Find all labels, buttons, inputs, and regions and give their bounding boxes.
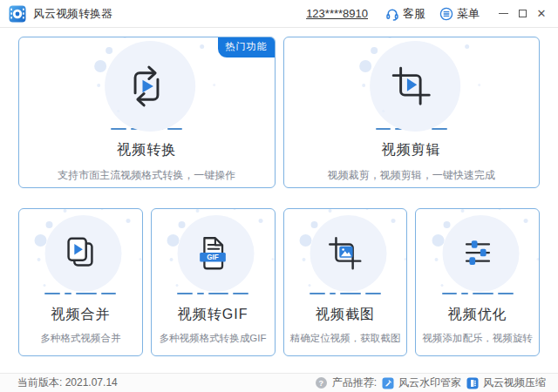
divider-dashes <box>442 293 514 294</box>
help-icon[interactable]: ? <box>316 377 327 389</box>
main-area: 热门功能 视频转换 支持市面主流视频格式转换，一键操作 <box>0 28 558 356</box>
card-title: 视频截图 <box>316 306 375 324</box>
window-controls: ✕ <box>493 3 551 24</box>
card-desc: 多种视频格式转换成GIF <box>160 332 267 345</box>
card-title: 视频合并 <box>51 306 110 324</box>
card-desc: 精确定位视频，获取截图 <box>290 332 401 345</box>
maximize-icon <box>519 10 527 17</box>
card-video-optimize[interactable]: 视频优化 视频添加配乐，视频旋转 <box>415 208 540 356</box>
menu-button[interactable]: 菜单 <box>439 6 480 22</box>
icon-zone <box>284 214 407 293</box>
card-desc: 支持市面主流视频格式转换，一键操作 <box>58 168 235 183</box>
card-video-screenshot[interactable]: 视频截图 精确定位视频，获取截图 <box>283 208 408 356</box>
hot-feature-badge: 热门功能 <box>218 37 276 57</box>
sliders-icon <box>458 233 498 274</box>
product-name: 风云水印管家 <box>398 375 461 390</box>
product-name: 风云视频压缩 <box>483 375 546 390</box>
icon-zone <box>284 44 540 128</box>
card-video-convert[interactable]: 热门功能 视频转换 支持市面主流视频格式转换，一键操作 <box>18 37 276 188</box>
app-logo-icon <box>9 5 26 23</box>
card-title: 视频剪辑 <box>382 141 441 159</box>
headset-icon <box>385 7 399 21</box>
card-video-edit[interactable]: 视频剪辑 视频裁剪，视频剪辑，一键快速完成 <box>283 37 541 188</box>
card-title: 视频转换 <box>117 141 176 159</box>
divider-dashes <box>310 293 381 294</box>
recommend-label: 产品推荐: <box>332 375 377 390</box>
card-title: 视频优化 <box>448 306 507 324</box>
divider-dashes <box>44 293 116 294</box>
product-link-watermark[interactable]: 风云水印管家 <box>382 375 461 390</box>
card-desc: 视频添加配乐，视频旋转 <box>422 332 533 345</box>
card-desc: 多种格式视频合并 <box>40 332 120 345</box>
statusbar: 当前版本: 2021.07.14 ? 产品推荐: 风云水印管家 风云视频压缩 <box>0 373 558 392</box>
close-button[interactable]: ✕ <box>532 3 551 24</box>
minimize-icon <box>499 13 508 14</box>
crop-play-icon <box>388 63 435 110</box>
compress-product-icon <box>466 377 479 389</box>
gif-banner-label: GIF <box>207 253 219 261</box>
screenshot-crop-icon <box>325 233 365 274</box>
support-label: 客服 <box>403 6 425 22</box>
card-video-merge[interactable]: 视频合并 多种格式视频合并 <box>18 208 143 356</box>
product-link-compress[interactable]: 风云视频压缩 <box>466 375 546 390</box>
divider-dashes <box>177 293 248 294</box>
card-title: 视频转GIF <box>178 306 248 324</box>
gif-file-icon: GIF <box>193 233 233 274</box>
minimize-button[interactable] <box>493 3 513 24</box>
maximize-button[interactable] <box>513 3 532 24</box>
card-desc: 视频裁剪，视频剪辑，一键快速完成 <box>328 168 495 183</box>
icon-zone <box>416 214 539 293</box>
app-title: 风云视频转换器 <box>33 6 112 22</box>
titlebar: 风云视频转换器 123****8910 客服 菜单 ✕ <box>0 0 558 28</box>
card-video-to-gif[interactable]: GIF 视频转GIF 多种视频格式转换成GIF <box>151 208 276 356</box>
menu-label: 菜单 <box>457 6 480 22</box>
convert-loop-icon <box>123 63 170 110</box>
account-link[interactable]: 123****8910 <box>306 7 368 20</box>
version-label: 当前版本: 2021.07.14 <box>17 375 118 390</box>
merge-stack-icon <box>60 233 100 274</box>
watermark-product-icon <box>382 377 394 389</box>
support-button[interactable]: 客服 <box>385 6 425 22</box>
icon-zone <box>19 214 142 293</box>
icon-zone: GIF <box>152 214 275 293</box>
menu-icon <box>439 7 453 21</box>
